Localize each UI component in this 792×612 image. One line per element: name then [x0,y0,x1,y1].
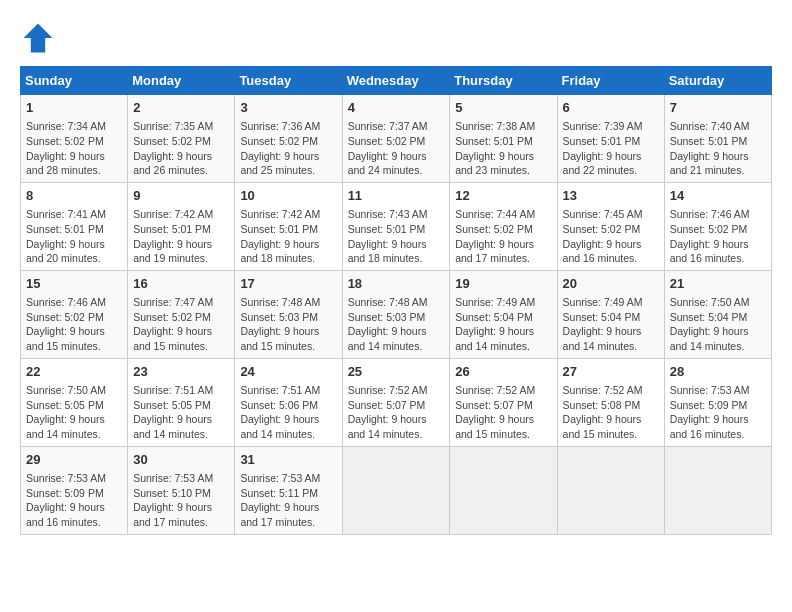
calendar-cell: 4Sunrise: 7:37 AMSunset: 5:02 PMDaylight… [342,95,450,183]
day-number: 14 [670,187,766,205]
day-number: 7 [670,99,766,117]
calendar-cell [342,446,450,534]
day-info: Sunrise: 7:43 AMSunset: 5:01 PMDaylight:… [348,207,445,266]
header-monday: Monday [128,67,235,95]
week-row-5: 29Sunrise: 7:53 AMSunset: 5:09 PMDayligh… [21,446,772,534]
calendar-cell: 11Sunrise: 7:43 AMSunset: 5:01 PMDayligh… [342,182,450,270]
calendar-cell: 1Sunrise: 7:34 AMSunset: 5:02 PMDaylight… [21,95,128,183]
calendar-cell: 20Sunrise: 7:49 AMSunset: 5:04 PMDayligh… [557,270,664,358]
day-number: 16 [133,275,229,293]
calendar-cell [557,446,664,534]
calendar-cell: 30Sunrise: 7:53 AMSunset: 5:10 PMDayligh… [128,446,235,534]
day-info: Sunrise: 7:49 AMSunset: 5:04 PMDaylight:… [563,295,659,354]
header-sunday: Sunday [21,67,128,95]
day-number: 24 [240,363,336,381]
header-tuesday: Tuesday [235,67,342,95]
day-info: Sunrise: 7:37 AMSunset: 5:02 PMDaylight:… [348,119,445,178]
week-row-3: 15Sunrise: 7:46 AMSunset: 5:02 PMDayligh… [21,270,772,358]
header-thursday: Thursday [450,67,557,95]
day-info: Sunrise: 7:50 AMSunset: 5:05 PMDaylight:… [26,383,122,442]
day-info: Sunrise: 7:41 AMSunset: 5:01 PMDaylight:… [26,207,122,266]
calendar-cell: 27Sunrise: 7:52 AMSunset: 5:08 PMDayligh… [557,358,664,446]
calendar-cell: 14Sunrise: 7:46 AMSunset: 5:02 PMDayligh… [664,182,771,270]
calendar-cell [664,446,771,534]
day-info: Sunrise: 7:47 AMSunset: 5:02 PMDaylight:… [133,295,229,354]
day-info: Sunrise: 7:53 AMSunset: 5:11 PMDaylight:… [240,471,336,530]
day-info: Sunrise: 7:35 AMSunset: 5:02 PMDaylight:… [133,119,229,178]
day-number: 10 [240,187,336,205]
day-info: Sunrise: 7:52 AMSunset: 5:08 PMDaylight:… [563,383,659,442]
calendar-cell: 23Sunrise: 7:51 AMSunset: 5:05 PMDayligh… [128,358,235,446]
calendar-cell: 15Sunrise: 7:46 AMSunset: 5:02 PMDayligh… [21,270,128,358]
day-number: 27 [563,363,659,381]
calendar-cell: 10Sunrise: 7:42 AMSunset: 5:01 PMDayligh… [235,182,342,270]
day-number: 18 [348,275,445,293]
day-number: 22 [26,363,122,381]
calendar-cell: 3Sunrise: 7:36 AMSunset: 5:02 PMDaylight… [235,95,342,183]
day-number: 19 [455,275,551,293]
calendar-cell: 6Sunrise: 7:39 AMSunset: 5:01 PMDaylight… [557,95,664,183]
day-info: Sunrise: 7:42 AMSunset: 5:01 PMDaylight:… [240,207,336,266]
calendar-cell: 5Sunrise: 7:38 AMSunset: 5:01 PMDaylight… [450,95,557,183]
day-number: 6 [563,99,659,117]
day-info: Sunrise: 7:48 AMSunset: 5:03 PMDaylight:… [348,295,445,354]
day-info: Sunrise: 7:53 AMSunset: 5:10 PMDaylight:… [133,471,229,530]
calendar-cell [450,446,557,534]
day-number: 28 [670,363,766,381]
calendar-cell: 19Sunrise: 7:49 AMSunset: 5:04 PMDayligh… [450,270,557,358]
day-number: 1 [26,99,122,117]
day-info: Sunrise: 7:48 AMSunset: 5:03 PMDaylight:… [240,295,336,354]
day-info: Sunrise: 7:38 AMSunset: 5:01 PMDaylight:… [455,119,551,178]
day-number: 25 [348,363,445,381]
day-number: 12 [455,187,551,205]
day-info: Sunrise: 7:34 AMSunset: 5:02 PMDaylight:… [26,119,122,178]
header-friday: Friday [557,67,664,95]
day-number: 30 [133,451,229,469]
calendar-cell: 28Sunrise: 7:53 AMSunset: 5:09 PMDayligh… [664,358,771,446]
day-info: Sunrise: 7:40 AMSunset: 5:01 PMDaylight:… [670,119,766,178]
day-number: 13 [563,187,659,205]
calendar-cell: 26Sunrise: 7:52 AMSunset: 5:07 PMDayligh… [450,358,557,446]
calendar-cell: 2Sunrise: 7:35 AMSunset: 5:02 PMDaylight… [128,95,235,183]
day-info: Sunrise: 7:52 AMSunset: 5:07 PMDaylight:… [348,383,445,442]
day-number: 11 [348,187,445,205]
day-number: 17 [240,275,336,293]
calendar-cell: 16Sunrise: 7:47 AMSunset: 5:02 PMDayligh… [128,270,235,358]
calendar-cell: 8Sunrise: 7:41 AMSunset: 5:01 PMDaylight… [21,182,128,270]
day-number: 26 [455,363,551,381]
calendar-cell: 18Sunrise: 7:48 AMSunset: 5:03 PMDayligh… [342,270,450,358]
day-info: Sunrise: 7:42 AMSunset: 5:01 PMDaylight:… [133,207,229,266]
day-number: 5 [455,99,551,117]
svg-marker-0 [24,24,53,53]
day-info: Sunrise: 7:49 AMSunset: 5:04 PMDaylight:… [455,295,551,354]
day-number: 4 [348,99,445,117]
week-row-2: 8Sunrise: 7:41 AMSunset: 5:01 PMDaylight… [21,182,772,270]
logo [20,20,60,56]
calendar-cell: 29Sunrise: 7:53 AMSunset: 5:09 PMDayligh… [21,446,128,534]
day-info: Sunrise: 7:44 AMSunset: 5:02 PMDaylight:… [455,207,551,266]
day-number: 29 [26,451,122,469]
day-info: Sunrise: 7:52 AMSunset: 5:07 PMDaylight:… [455,383,551,442]
calendar-header-row: SundayMondayTuesdayWednesdayThursdayFrid… [21,67,772,95]
day-info: Sunrise: 7:45 AMSunset: 5:02 PMDaylight:… [563,207,659,266]
calendar-cell: 9Sunrise: 7:42 AMSunset: 5:01 PMDaylight… [128,182,235,270]
calendar-table: SundayMondayTuesdayWednesdayThursdayFrid… [20,66,772,535]
calendar-cell: 21Sunrise: 7:50 AMSunset: 5:04 PMDayligh… [664,270,771,358]
page-header [20,20,772,56]
day-number: 9 [133,187,229,205]
day-info: Sunrise: 7:46 AMSunset: 5:02 PMDaylight:… [26,295,122,354]
day-info: Sunrise: 7:53 AMSunset: 5:09 PMDaylight:… [670,383,766,442]
calendar-cell: 12Sunrise: 7:44 AMSunset: 5:02 PMDayligh… [450,182,557,270]
calendar-cell: 24Sunrise: 7:51 AMSunset: 5:06 PMDayligh… [235,358,342,446]
week-row-4: 22Sunrise: 7:50 AMSunset: 5:05 PMDayligh… [21,358,772,446]
day-number: 8 [26,187,122,205]
day-info: Sunrise: 7:39 AMSunset: 5:01 PMDaylight:… [563,119,659,178]
calendar-cell: 25Sunrise: 7:52 AMSunset: 5:07 PMDayligh… [342,358,450,446]
day-number: 2 [133,99,229,117]
calendar-cell: 7Sunrise: 7:40 AMSunset: 5:01 PMDaylight… [664,95,771,183]
day-info: Sunrise: 7:46 AMSunset: 5:02 PMDaylight:… [670,207,766,266]
header-saturday: Saturday [664,67,771,95]
calendar-cell: 17Sunrise: 7:48 AMSunset: 5:03 PMDayligh… [235,270,342,358]
day-info: Sunrise: 7:51 AMSunset: 5:05 PMDaylight:… [133,383,229,442]
calendar-cell: 13Sunrise: 7:45 AMSunset: 5:02 PMDayligh… [557,182,664,270]
